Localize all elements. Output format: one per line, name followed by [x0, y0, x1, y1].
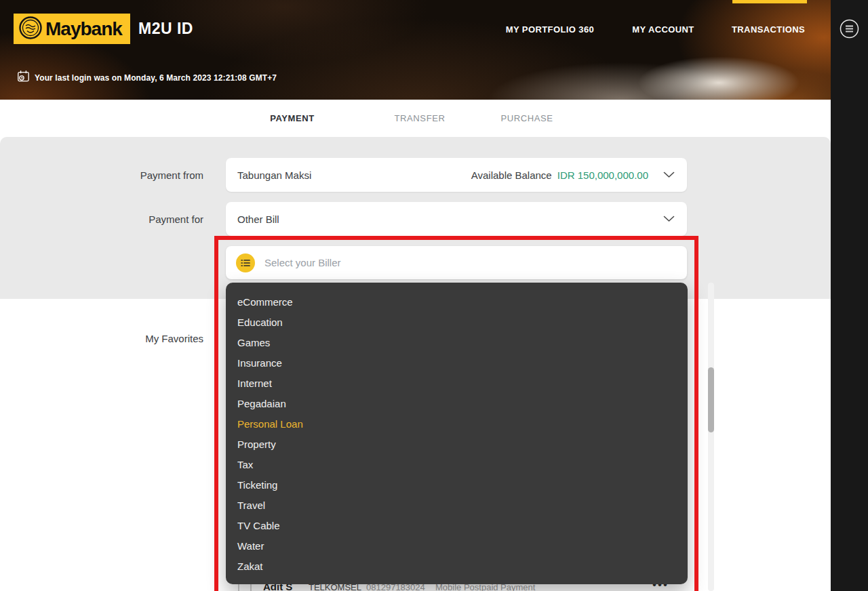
maybank-logo-text: Maybank	[45, 18, 122, 40]
my-favorites-label: My Favorites	[0, 333, 203, 344]
payment-from-field[interactable]: Tabungan Maksi Available Balance IDR 150…	[226, 158, 687, 192]
balance-label: Available Balance	[471, 169, 552, 181]
payment-from-label: Payment from	[0, 169, 203, 181]
tab-purchase[interactable]: PURCHASE	[500, 113, 553, 123]
hamburger-menu-icon[interactable]	[840, 19, 859, 39]
tab-transfer[interactable]: TRANSFER	[395, 113, 446, 123]
calendar-clock-icon	[17, 70, 30, 85]
dropdown-item-zakat[interactable]: Zakat	[226, 556, 688, 577]
nav-my-account[interactable]: MY ACCOUNT	[632, 24, 694, 35]
nav-transactions[interactable]: TRANSACTIONS	[732, 24, 805, 35]
header-banner: Maybank M2U ID MY PORTFOLIO 360 MY ACCOU…	[0, 0, 831, 100]
nav-active-indicator	[732, 0, 807, 3]
nav-my-portfolio-360[interactable]: MY PORTFOLIO 360	[506, 24, 594, 35]
m2u-payment-page: Maybank M2U ID MY PORTFOLIO 360 MY ACCOU…	[0, 0, 868, 591]
dropdown-item-games[interactable]: Games	[226, 333, 688, 353]
biller-placeholder: Select your Biller	[264, 257, 341, 268]
chevron-down-icon	[663, 169, 675, 181]
dropdown-item-insurance[interactable]: Insurance	[226, 353, 688, 373]
right-sidebar	[831, 0, 868, 591]
dropdown-item-water[interactable]: Water	[226, 536, 688, 556]
dropdown-item-pegadaian[interactable]: Pegadaian	[226, 394, 688, 414]
select-biller-field[interactable]: Select your Biller	[226, 246, 687, 279]
available-balance: Available Balance IDR 150,000,000.00	[471, 169, 648, 181]
dropdown-item-tv-cable[interactable]: TV Cable	[226, 516, 688, 536]
dropdown-item-personal-loan[interactable]: Personal Loan	[226, 414, 688, 434]
dropdown-item-ticketing[interactable]: Ticketing	[226, 475, 688, 495]
scrollbar-thumb[interactable]	[708, 367, 714, 432]
maybank-tiger-icon	[18, 16, 43, 43]
last-login-text: Your last login was on Monday, 6 March 2…	[35, 73, 277, 83]
maybank-logo[interactable]: Maybank	[14, 14, 130, 44]
account-name: Tabungan Maksi	[237, 169, 471, 181]
chevron-down-icon	[663, 213, 675, 225]
dropdown-item-ecommerce[interactable]: eCommerce	[226, 292, 688, 312]
last-login-bar: Your last login was on Monday, 6 March 2…	[17, 70, 277, 85]
balance-value: IDR 150,000,000.00	[557, 169, 648, 181]
section-tabbar: PAYMENT TRANSFER PURCHASE	[0, 100, 831, 137]
biller-category-dropdown: eCommerce Education Games Insurance Inte…	[226, 283, 688, 584]
dropdown-item-tax[interactable]: Tax	[226, 455, 688, 475]
dropdown-item-education[interactable]: Education	[226, 312, 688, 333]
app-title: M2U ID	[138, 20, 193, 38]
biller-list-icon	[236, 253, 255, 272]
dropdown-item-travel[interactable]: Travel	[226, 495, 688, 516]
payment-for-label: Payment for	[0, 213, 203, 225]
tab-payment[interactable]: PAYMENT	[270, 113, 315, 123]
dropdown-item-property[interactable]: Property	[226, 434, 688, 455]
payment-for-field[interactable]: Other Bill	[226, 202, 687, 236]
dropdown-item-internet[interactable]: Internet	[226, 373, 688, 394]
payment-for-value: Other Bill	[237, 213, 663, 225]
scrollbar-track	[708, 283, 714, 591]
